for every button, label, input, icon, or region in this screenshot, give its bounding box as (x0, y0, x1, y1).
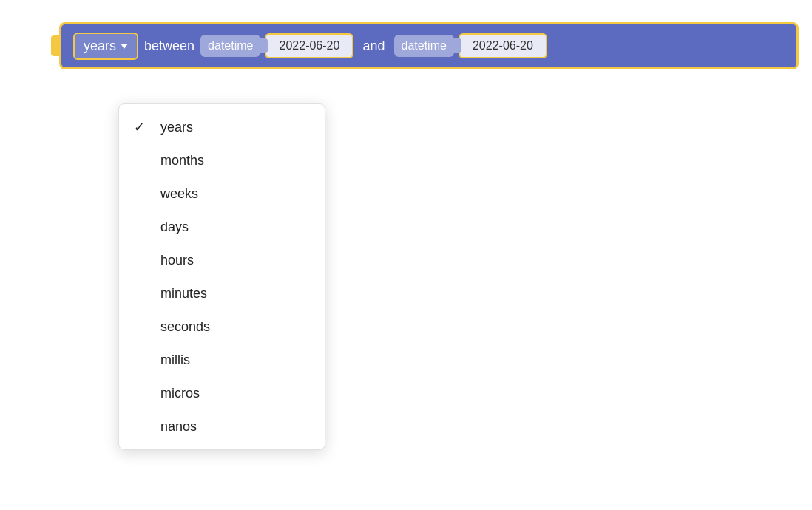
block-row: years between datetime 2022-06-20 and da… (59, 22, 799, 69)
selected-unit-label: years (84, 38, 116, 54)
datetime-input-2[interactable]: 2022-06-20 (459, 33, 547, 58)
datetime-label-2: datetime (394, 35, 454, 57)
dropdown-item[interactable]: seconds (119, 310, 325, 344)
dropdown-item[interactable]: micros (119, 377, 325, 410)
dropdown-item-label: hours (160, 253, 310, 268)
dropdown-item[interactable]: minutes (119, 277, 325, 310)
dropdown-item[interactable]: ✓years (119, 110, 325, 144)
dropdown-item-label: seconds (160, 319, 310, 335)
dropdown-item[interactable]: months (119, 144, 325, 177)
dropdown-item-label: minutes (160, 286, 310, 302)
dropdown-item-label: months (160, 153, 310, 169)
dropdown-item-label: days (160, 220, 310, 235)
datetime-label-1: datetime (200, 35, 260, 57)
and-label: and (359, 38, 388, 54)
dropdown-item[interactable]: days (119, 211, 325, 244)
dropdown-item[interactable]: hours (119, 244, 325, 277)
dropdown-menu: ✓yearsmonthsweeksdayshoursminutesseconds… (118, 103, 325, 450)
checkmark-icon: ✓ (134, 119, 149, 135)
between-label: between (144, 38, 194, 54)
dropdown-item[interactable]: nanos (119, 410, 325, 443)
dropdown-item-label: micros (160, 386, 310, 401)
datetime-block-1: datetime 2022-06-20 (200, 33, 353, 58)
datetime-block-2: datetime 2022-06-20 (394, 33, 547, 58)
dropdown-item[interactable]: millis (119, 344, 325, 377)
dropdown-item-label: weeks (160, 186, 310, 202)
unit-dropdown-button[interactable]: years (73, 33, 138, 60)
dropdown-item[interactable]: weeks (119, 177, 325, 211)
dropdown-arrow-icon (121, 44, 128, 49)
datetime-input-1[interactable]: 2022-06-20 (265, 33, 353, 58)
dropdown-item-label: nanos (160, 419, 310, 435)
dropdown-item-label: millis (160, 353, 310, 368)
dropdown-item-label: years (160, 120, 310, 135)
